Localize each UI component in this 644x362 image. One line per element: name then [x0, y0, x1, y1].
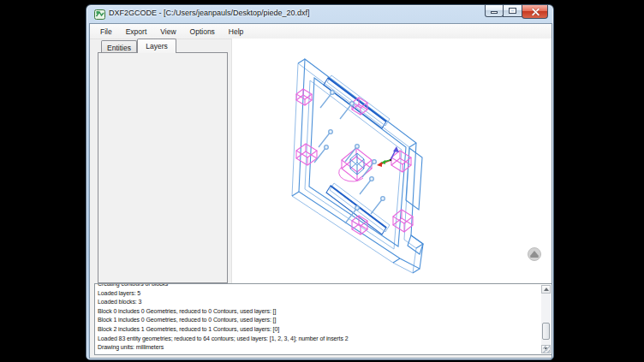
viewport-3d[interactable]	[231, 39, 552, 284]
log-line: Block 0 includes 0 Geometries, reduced t…	[98, 307, 540, 317]
drill-pin	[319, 130, 332, 147]
minimize-button[interactable]	[485, 5, 504, 17]
pockets-magenta	[296, 89, 413, 234]
center-inner-box	[350, 153, 364, 175]
maximize-button[interactable]	[503, 5, 522, 17]
minimize-icon	[491, 11, 498, 14]
window-body: File Export View Options Help Entities L…	[89, 23, 552, 359]
drill-pin	[314, 145, 328, 163]
log-vscroll-thumb[interactable]	[542, 323, 550, 340]
log-line: Loaded layers: 5	[98, 289, 540, 299]
tab-layers[interactable]: Layers	[137, 39, 176, 53]
menu-file[interactable]: File	[93, 25, 119, 39]
menu-view[interactable]: View	[153, 25, 182, 39]
log-line: Block 1 includes 0 Geometries, reduced t…	[98, 316, 540, 325]
caption-buttons	[486, 5, 548, 21]
log-line: Loaded 83 entity geometries; reduced to …	[98, 335, 540, 344]
app-window: DXF2GCODE - [C:/Users/jeanpauls/Desktop/…	[86, 4, 554, 360]
menu-export[interactable]: Export	[119, 25, 154, 39]
close-icon	[531, 8, 539, 15]
scroll-up-button[interactable]	[541, 285, 551, 294]
wireframe-drawing	[232, 39, 552, 284]
maximize-icon	[509, 8, 516, 14]
log-output[interactable]: Creating contours of blocks Loaded layer…	[94, 283, 552, 355]
log-line: Loaded blocks: 3	[98, 298, 540, 307]
log-line: Drawing units: millimeters	[98, 343, 540, 353]
log-vertical-scrollbar[interactable]	[541, 285, 551, 353]
log-lines: Creating contours of blocks Loaded layer…	[98, 284, 540, 354]
bottom-step	[408, 235, 423, 254]
layers-panel	[98, 52, 228, 283]
titlebar[interactable]: DXF2GCODE - [C:/Users/jeanpauls/Desktop/…	[86, 5, 553, 23]
screen: DXF2GCODE - [C:/Users/jeanpauls/Desktop/…	[0, 0, 644, 362]
drill-pin	[371, 197, 385, 214]
menu-help[interactable]: Help	[222, 25, 250, 39]
log-line: Block 2 includes 1 Geometries, reduced t…	[98, 325, 540, 335]
menu-options[interactable]: Options	[183, 25, 222, 39]
resize-grip[interactable]	[543, 346, 551, 353]
window-title: DXF2GCODE - [C:/Users/jeanpauls/Desktop/…	[109, 9, 310, 17]
autoscroll-origin-marker	[528, 248, 541, 261]
menubar: File Export View Options Help	[90, 24, 552, 39]
axis-indicator	[377, 146, 399, 167]
app-icon	[94, 9, 105, 20]
close-button[interactable]	[522, 5, 548, 19]
tab-entities[interactable]: Entities	[101, 40, 137, 52]
